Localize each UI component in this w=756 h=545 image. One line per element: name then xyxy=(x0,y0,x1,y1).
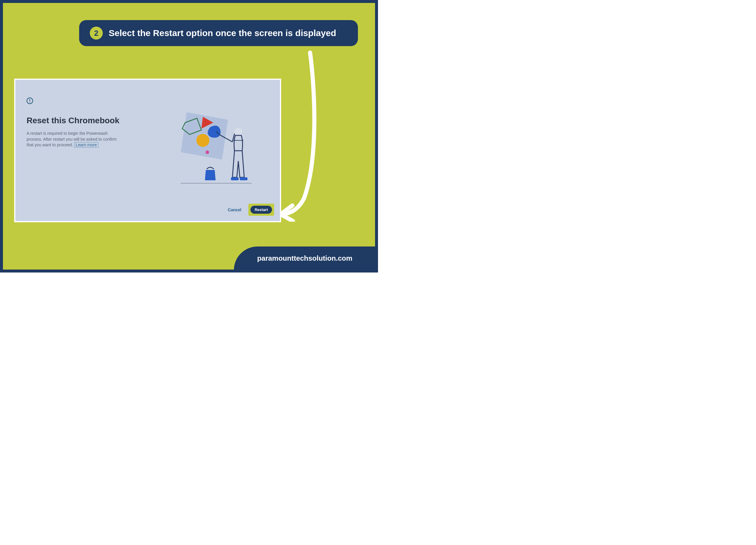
footer-site: paramounttechsolution.com xyxy=(257,254,353,262)
svg-rect-8 xyxy=(240,177,247,180)
instruction-banner: 2 Select the Restart option once the scr… xyxy=(79,20,358,46)
instruction-text: Select the Restart option once the scree… xyxy=(109,28,336,38)
svg-point-4 xyxy=(206,150,209,154)
restart-button[interactable]: Restart xyxy=(250,206,272,214)
learn-more-link[interactable]: Learn more xyxy=(74,142,98,147)
svg-point-5 xyxy=(234,128,242,135)
dialog-body: A restart is required to begin the Power… xyxy=(27,131,118,148)
pointer-arrow xyxy=(272,50,337,222)
step-number-badge: 2 xyxy=(90,27,103,40)
chromebook-dialog: Reset this Chromebook A restart is requi… xyxy=(14,79,281,222)
tutorial-slide: 2 Select the Restart option once the scr… xyxy=(0,0,378,272)
illustration-painter xyxy=(169,106,258,192)
footer-branding: paramounttechsolution.com xyxy=(234,246,376,270)
restart-highlight: Restart xyxy=(248,204,274,216)
info-icon xyxy=(27,97,33,104)
cancel-button[interactable]: Cancel xyxy=(226,205,243,214)
svg-rect-7 xyxy=(231,177,239,180)
dialog-actions: Cancel Restart xyxy=(226,204,274,216)
svg-point-3 xyxy=(196,134,209,147)
